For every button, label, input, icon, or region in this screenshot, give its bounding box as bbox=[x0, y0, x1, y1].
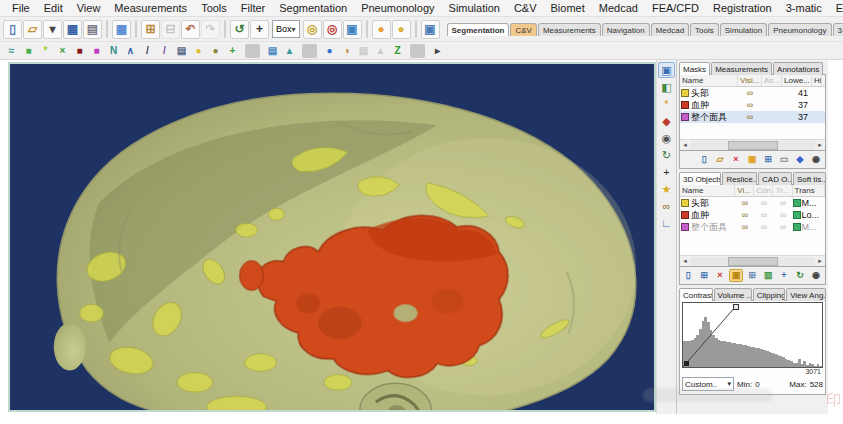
mask-visible-glasses-icon[interactable]: ∞ bbox=[738, 112, 762, 122]
menu-item[interactable]: File bbox=[6, 1, 36, 15]
move-object-icon[interactable]: + bbox=[777, 269, 791, 282]
scroll-right-arrow-icon[interactable]: ▸ bbox=[815, 257, 825, 265]
transparency-icon[interactable] bbox=[793, 199, 801, 207]
menu-item[interactable]: 3-matic bbox=[780, 1, 828, 15]
object-contour-icon[interactable]: ∞ bbox=[754, 210, 773, 220]
unit-coin-icon[interactable]: ● bbox=[372, 20, 391, 39]
min-value[interactable]: 0 bbox=[755, 380, 759, 389]
mask-row[interactable]: 血肿 ∞ 37 bbox=[680, 99, 825, 111]
new-project-icon[interactable]: ▯ bbox=[3, 20, 22, 39]
delete-object-icon[interactable]: × bbox=[713, 269, 727, 282]
object-tr-icon[interactable]: ∞ bbox=[774, 222, 793, 232]
menu-item[interactable]: Edit bbox=[38, 1, 69, 15]
workspace-tab[interactable]: Navigation bbox=[602, 23, 650, 36]
3d-box-view-icon[interactable]: ◧ bbox=[658, 79, 675, 95]
scroll-left-arrow-icon[interactable]: ◂ bbox=[680, 141, 690, 149]
mask-properties-icon[interactable]: ▣ bbox=[745, 153, 759, 166]
masks-pane-tab[interactable]: Measurements bbox=[711, 62, 772, 75]
masks-pane-tab[interactable]: Annotations bbox=[773, 62, 823, 75]
menu-item[interactable]: Tools bbox=[195, 1, 233, 15]
contrast-histogram[interactable] bbox=[682, 302, 823, 368]
menu-item[interactable]: FEA/CFD bbox=[646, 1, 705, 15]
object-row[interactable]: 血肿 ∞ ∞ ∞ Lo... bbox=[680, 209, 825, 221]
mask-visible-glasses-icon[interactable]: ∞ bbox=[738, 100, 762, 110]
copy-icon[interactable]: ⊞ bbox=[141, 20, 160, 39]
menu-item[interactable]: View bbox=[71, 1, 107, 15]
objects-pane-tab[interactable]: Reslice.. bbox=[722, 172, 757, 185]
boolean-operations-icon[interactable]: ■ bbox=[89, 44, 104, 58]
zoom-mode-dropdown[interactable]: Box ▾ bbox=[272, 20, 300, 38]
contrast-mode-dropdown[interactable]: Custom.. ▾ bbox=[682, 377, 734, 391]
workspace-tab[interactable]: 3-matic bbox=[833, 23, 843, 36]
menu-item[interactable]: Registration bbox=[707, 1, 778, 15]
threshold-icon[interactable]: ■ bbox=[21, 44, 36, 58]
duplicate-object-icon[interactable]: ⊞ bbox=[697, 269, 711, 282]
calculate-3d-icon[interactable]: ● bbox=[322, 44, 337, 58]
open-project-icon[interactable]: ▱ bbox=[23, 20, 42, 39]
mask-visibility-icon[interactable]: ◉ bbox=[809, 153, 823, 166]
zoom-icon[interactable]: ◎ bbox=[303, 20, 322, 39]
save-project-icon[interactable]: ▦ bbox=[63, 20, 82, 39]
object-contour-icon[interactable]: ∞ bbox=[754, 198, 773, 208]
layout-views-icon[interactable]: ▣ bbox=[421, 20, 440, 39]
draw-profile-icon[interactable]: ∧ bbox=[123, 44, 138, 58]
transfer-function-low-handle[interactable] bbox=[684, 361, 689, 366]
object-tr-icon[interactable]: ∞ bbox=[774, 198, 793, 208]
object-visible-glasses-icon[interactable]: ∞ bbox=[735, 222, 754, 232]
smooth-mask-icon[interactable]: ▤ bbox=[265, 44, 280, 58]
undo-icon[interactable]: ↶ bbox=[181, 20, 200, 39]
object-visible-glasses-icon[interactable]: ∞ bbox=[735, 210, 754, 220]
contrast-pane-tab[interactable]: Clipping bbox=[753, 288, 785, 301]
cavity-fill-icon[interactable]: ● bbox=[208, 44, 223, 58]
grayed-tool-2-icon[interactable]: ▲ bbox=[373, 44, 388, 58]
workspace-tab[interactable]: C&V bbox=[510, 23, 536, 36]
export-object-icon[interactable]: ▥ bbox=[761, 269, 775, 282]
window-leveling-icon[interactable]: ▣ bbox=[343, 20, 362, 39]
copy-mask-icon[interactable]: ⊞ bbox=[761, 153, 775, 166]
menu-item[interactable]: Measurements bbox=[108, 1, 193, 15]
visibility-eye-icon[interactable]: ◉ bbox=[658, 130, 675, 146]
rotate-3d-icon[interactable]: ◆ bbox=[658, 113, 675, 129]
mask-row[interactable]: 头部 ∞ 41 bbox=[680, 87, 825, 99]
masks-hscrollbar[interactable]: ◂ ▸ bbox=[680, 139, 825, 150]
new-object-icon[interactable]: ▯ bbox=[681, 269, 695, 282]
paste-icon[interactable]: ⊟ bbox=[161, 20, 180, 39]
multiple-slice-edit-icon[interactable]: ▤ bbox=[174, 44, 189, 58]
objects-pane-tab[interactable]: 3D Objects bbox=[679, 172, 721, 185]
pan-wheel-icon[interactable]: * bbox=[658, 96, 675, 112]
object-visibility-icon[interactable]: ◉ bbox=[809, 269, 823, 282]
profile-lines-icon[interactable]: ≈ bbox=[4, 44, 19, 58]
island-tool-icon[interactable]: ▲ bbox=[282, 44, 297, 58]
object-visible-glasses-icon[interactable]: ∞ bbox=[735, 198, 754, 208]
scroll-thumb[interactable] bbox=[728, 257, 778, 266]
max-value[interactable]: 528 bbox=[810, 380, 823, 389]
transfer-function-handle[interactable] bbox=[733, 304, 739, 310]
3d-viewport[interactable] bbox=[8, 62, 656, 412]
zoom-region-icon[interactable]: ◎ bbox=[323, 20, 342, 39]
crop-mask-icon[interactable]: × bbox=[55, 44, 70, 58]
duplicate-mask-icon[interactable]: ▱ bbox=[713, 153, 727, 166]
workspace-tab[interactable]: Simulation bbox=[720, 23, 767, 36]
menu-item[interactable]: Filter bbox=[235, 1, 271, 15]
menu-item[interactable]: Medcad bbox=[593, 1, 644, 15]
scroll-right-arrow-icon[interactable]: ▸ bbox=[815, 141, 825, 149]
grayed-tool-1-icon[interactable]: ▤ bbox=[356, 44, 371, 58]
delete-mask-icon[interactable]: × bbox=[729, 153, 743, 166]
contrast-pane-tab[interactable]: View Ang.. bbox=[786, 288, 826, 301]
mask-visible-glasses-icon[interactable]: ∞ bbox=[738, 88, 762, 98]
glasses-icon[interactable]: ∞ bbox=[658, 198, 675, 214]
calculate-3d-plus-icon[interactable]: + bbox=[225, 44, 240, 58]
transparency-icon[interactable] bbox=[793, 211, 801, 219]
workspace-tab[interactable]: Medcad bbox=[651, 23, 689, 36]
erase-mask-icon[interactable]: ▭ bbox=[777, 153, 791, 166]
rotate-view-icon[interactable]: ↻ bbox=[658, 147, 675, 163]
boolean-mask-icon[interactable]: ◆ bbox=[793, 153, 807, 166]
scroll-thumb[interactable] bbox=[728, 141, 778, 150]
preview-3d-icon[interactable]: ◑ bbox=[339, 44, 354, 58]
transparency-icon[interactable] bbox=[793, 223, 801, 231]
refresh-views-icon[interactable]: ↺ bbox=[230, 20, 249, 39]
contrast-chart-icon[interactable]: ∟ bbox=[658, 215, 675, 231]
edit-mask-pencil-icon[interactable]: / bbox=[140, 44, 155, 58]
object-tr-icon[interactable]: ∞ bbox=[774, 210, 793, 220]
globe-help-icon[interactable]: ● bbox=[392, 20, 411, 39]
